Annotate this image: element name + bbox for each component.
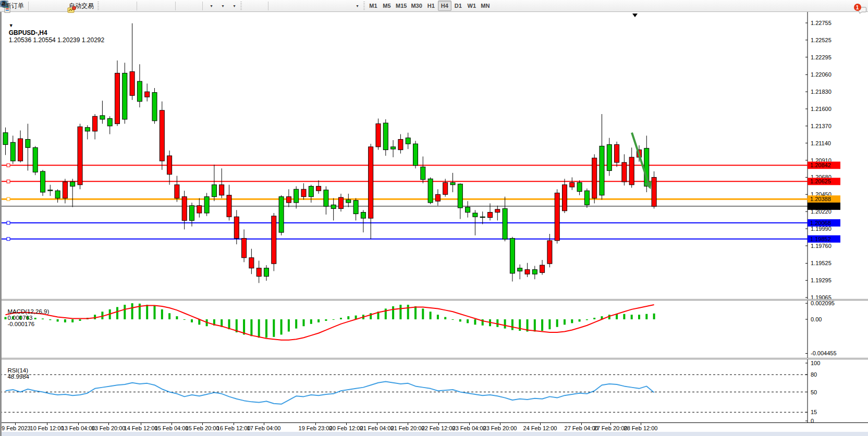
text-label-button[interactable]: T	[339, 1, 350, 11]
candlestick-chart-button[interactable]	[112, 1, 123, 11]
rsi-axis-label: 0	[811, 418, 814, 422]
timeframe-button-H4[interactable]: H4	[438, 1, 451, 11]
fibonacci-button[interactable]: F	[316, 1, 327, 11]
timeframe-button-M5[interactable]: M5	[380, 1, 394, 11]
macd-axis-label: 0.002095	[811, 301, 835, 306]
rsi-indicator-label: RSI(14) 48.9984	[4, 361, 29, 380]
signals-button[interactable]	[54, 1, 65, 11]
text-button[interactable]: A	[328, 1, 339, 11]
timeframe-button-W1[interactable]: W1	[465, 1, 479, 11]
arrow-tools-button[interactable]: ▾	[351, 1, 362, 11]
timeframe-button-M30[interactable]: M30	[409, 1, 424, 11]
rsi-canvas: 1008050150	[0, 359, 868, 422]
time-axis-label: 27 Feb 20:00	[594, 425, 628, 431]
time-axis-label: 16 Feb 12:00	[217, 425, 251, 431]
cursor-button[interactable]	[243, 1, 254, 11]
time-axis-label: 23 Feb 20:00	[483, 425, 517, 431]
rsi-line	[6, 382, 654, 404]
rsi-axis-label: 100	[811, 360, 820, 366]
timeframe-group: M1M5M15M30H1H4D1W1MN	[366, 1, 492, 11]
price-chart-canvas: 1.227551.225251.222951.220601.218301.216…	[0, 12, 868, 299]
line-handle[interactable]	[7, 221, 10, 225]
templates-button[interactable]: ▾	[228, 1, 239, 11]
horizontal-line-button[interactable]	[282, 1, 293, 11]
toolbar-separator	[202, 2, 203, 10]
line-handle[interactable]	[7, 180, 10, 183]
market-depth-button[interactable]	[42, 1, 53, 11]
price-chart-panel[interactable]: 1.227551.225251.222951.220601.218301.216…	[0, 12, 868, 299]
chevron-down-icon: ▾	[210, 4, 212, 8]
zoom-out-button[interactable]	[151, 1, 162, 11]
line-handle[interactable]	[7, 164, 10, 167]
tile-windows-button[interactable]	[162, 1, 173, 11]
price-level-badge-text: 1.20625	[810, 178, 831, 184]
chart-shift-marker[interactable]	[632, 14, 638, 17]
main-toolbar: 新订单 自动交易 ▾	[0, 0, 868, 12]
time-axis-label: 9 Feb 2023	[2, 425, 31, 431]
vertical-line-button[interactable]	[271, 1, 282, 11]
time-axis-label: 10 Feb 12:00	[30, 425, 64, 431]
macd-name: MACD(12,26,9)	[7, 308, 49, 315]
macd-indicator-label: MACD(12,26,9) 0.000763 -0.000176	[4, 302, 49, 327]
trendline-button[interactable]	[294, 1, 304, 11]
macd-canvas: 0.0020950.00-0.004455	[0, 301, 868, 358]
auto-trading-button[interactable]: 自动交易	[65, 1, 96, 11]
time-axis-label: 15 Feb 20:00	[186, 425, 219, 431]
timeframe-button-M15[interactable]: M15	[394, 1, 409, 11]
price-axis-label: 1.21140	[811, 140, 831, 146]
time-axis-label: 14 Feb 12:00	[124, 425, 158, 431]
crosshair-button[interactable]	[255, 1, 266, 11]
time-axis-label: 28 Feb 12:00	[624, 425, 658, 431]
time-axis-label: 17 Feb 04:00	[247, 425, 281, 431]
toolbar-separator	[268, 2, 268, 10]
price-axis-label: 1.22295	[811, 54, 832, 60]
line-chart-button[interactable]	[124, 1, 135, 11]
indicators-button[interactable]: ▾	[205, 1, 216, 11]
channel-button[interactable]: E	[305, 1, 316, 11]
symbol-dropdown-icon[interactable]: ▼	[9, 23, 14, 28]
bottom-strip	[0, 432, 868, 436]
line-handle[interactable]	[7, 238, 10, 241]
price-axis-label: 1.19760	[811, 243, 832, 249]
chevron-down-icon: ▾	[233, 4, 235, 8]
search-button[interactable]	[841, 1, 852, 11]
chart-title[interactable]: ▼ GBPUSD-,H4 1.20536 1.20554 1.20239 1.2…	[5, 15, 104, 44]
rsi-axis-label: 80	[811, 371, 817, 378]
auto-scroll-button[interactable]	[178, 1, 189, 11]
price-axis-label: 1.19525	[811, 260, 832, 266]
bar-chart-button[interactable]	[101, 1, 112, 11]
price-axis-label: 1.21370	[811, 123, 832, 129]
time-axis: 9 Feb 202310 Feb 12:0013 Feb 04:0013 Feb…	[0, 422, 868, 432]
timeframe-button-M1[interactable]: M1	[366, 1, 380, 11]
price-axis-label: 1.22525	[811, 37, 832, 43]
zoom-in-button[interactable]	[139, 1, 150, 11]
timeframe-button-MN[interactable]: MN	[479, 1, 492, 11]
rsi-axis-label: 50	[811, 389, 817, 395]
timeframe-button-H1[interactable]: H1	[424, 1, 438, 11]
chart-shift-button[interactable]	[189, 1, 200, 11]
price-level-badge-text: 1.20068	[810, 220, 831, 226]
price-level-badge-text: 1.20388	[810, 196, 831, 202]
periods-button[interactable]: ▾	[216, 1, 227, 11]
price-axis-label: 1.22755	[811, 20, 832, 26]
line-handle[interactable]	[7, 197, 10, 201]
rsi-value: 48.9984	[7, 373, 29, 380]
macd-panel[interactable]: 0.0020950.00-0.004455	[0, 301, 868, 358]
toolbar-separator	[28, 2, 29, 10]
notification-badge: 1	[854, 4, 861, 11]
deposit-button[interactable]	[31, 1, 42, 11]
toolbar-separator	[137, 2, 137, 10]
time-axis-label: 23 Feb 04:00	[453, 425, 486, 431]
time-axis-label: 21 Feb 20:00	[391, 425, 425, 431]
toolbar-separator	[175, 2, 176, 10]
rsi-name: RSI(14)	[7, 367, 28, 373]
macd-signal-value: -0.000176	[7, 321, 34, 327]
notifications-button[interactable]: 1	[852, 1, 863, 11]
timeframe-button-D1[interactable]: D1	[451, 1, 465, 11]
time-axis-label: 22 Feb 12:00	[422, 425, 456, 431]
toolbar-grip	[97, 2, 99, 10]
time-axis-label: 20 Feb 12:00	[329, 425, 363, 431]
rsi-panel[interactable]: 1008050150	[0, 359, 868, 422]
time-axis-label: 19 Feb 23:00	[299, 425, 333, 431]
price-level-badge-text: 1.20842	[810, 162, 831, 168]
